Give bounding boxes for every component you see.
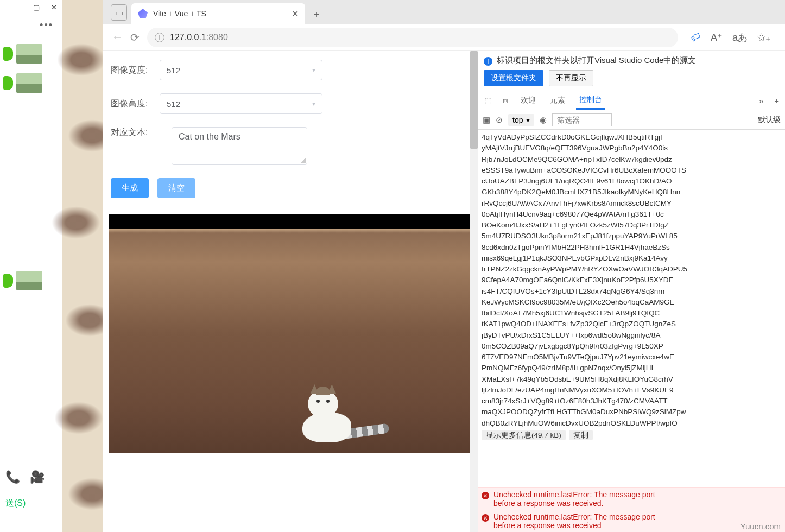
tab-elements[interactable]: 元素 xyxy=(547,92,568,109)
phone-icon[interactable]: 📞 xyxy=(5,470,20,484)
tab-console[interactable]: 控制台 xyxy=(576,92,605,110)
console-line: cUoUAZBFP3Jngj6UF1/uqRQO4IF9v61L8owcj1OK… xyxy=(482,176,782,187)
error-icon: ✕ xyxy=(482,492,489,499)
send-button[interactable]: 送(S) xyxy=(0,495,31,512)
refresh-button[interactable]: ⟳ xyxy=(130,31,140,44)
add-tab-icon[interactable]: + xyxy=(773,96,781,105)
text-label: 对应文本: xyxy=(111,127,152,138)
generated-image xyxy=(109,214,471,453)
prompt-value: Cat on the Mars xyxy=(179,132,240,141)
read-aloud-icon[interactable]: A⁺ xyxy=(711,31,723,43)
tab-bar: ▭ Vite + Vue + TS ✕ + xyxy=(103,0,785,24)
close-button[interactable]: ✕ xyxy=(50,3,58,11)
console-line: KeJWycMSKCf9oc98035M/eU/jQIXc2Oeh5o4bqCa… xyxy=(482,297,782,308)
prompt-textarea[interactable]: Cat on the Mars xyxy=(172,127,307,165)
maximize-button[interactable]: ▢ xyxy=(33,3,40,11)
console-line: frTPNZ2zkGqgcknAyPWpPMY/hRYZOXwOaVWJOR3q… xyxy=(482,264,782,275)
video-icon[interactable]: 🎥 xyxy=(30,470,45,484)
chat-image-thumb xyxy=(16,271,42,290)
console-line: is4FT/CQfUVOs+1cY3fpUtDTL28dx74qNgG6Y4/S… xyxy=(482,286,782,297)
device-icon[interactable]: ⧈ xyxy=(501,96,510,105)
tab-actions-button[interactable]: ▭ xyxy=(111,4,127,21)
devtools-panel: i 标识项目的根文件夹以打开Visual Studio Code中的源文 设置根… xyxy=(478,51,785,532)
sidebar-toggle-icon[interactable]: ▣ xyxy=(483,115,490,125)
chat-image-thumb xyxy=(16,73,42,93)
context-select[interactable]: top▾ xyxy=(508,114,534,126)
live-expression-icon[interactable]: ◉ xyxy=(540,115,547,125)
tab-close-icon[interactable]: ✕ xyxy=(292,9,299,19)
chat-message-thumb[interactable] xyxy=(0,42,62,66)
background-decoration xyxy=(62,0,103,532)
console-line: maQXJPOODQZyfrTfLHGTThGM0aDuxPNbPSlWQ9zS… xyxy=(482,407,782,417)
cat-illustration xyxy=(297,383,362,442)
console-line: IbilDcf/XoAT7Mh5xj6UC1WnhsjvSGT25FAB9lj9… xyxy=(482,308,782,319)
console-line: tKAT1pwQ4OD+INAXEFs+fvZp32QlcF+3rQpZOQTU… xyxy=(482,319,782,330)
width-select[interactable]: 512 ▾ xyxy=(160,60,322,80)
chat-bubble-icon xyxy=(3,274,13,288)
resize-handle[interactable] xyxy=(300,158,306,163)
generate-button[interactable]: 生成 xyxy=(111,178,149,198)
console-line: dhQB0zRYLjhMuOW6inicDvxUOB2pdnOSKLDuWPPI… xyxy=(482,418,782,429)
clear-console-icon[interactable]: ⊘ xyxy=(496,115,503,125)
console-line: 4qTyVdADyPpSfZCCdrkD0oGKEGcjIlqwJXHB5qti… xyxy=(482,132,782,143)
filter-input[interactable] xyxy=(552,113,612,126)
site-info-icon[interactable]: i xyxy=(155,33,164,42)
console-line: 8cd6xdn0zTgoPpinYfMbH22PH3hmlF1GR1H4Vjha… xyxy=(482,242,782,253)
console-line: Rjb7nJoLdOCMe9QC6GOMA+npTxID7celKw7kgdie… xyxy=(482,154,782,165)
url-input[interactable]: i 127.0.0.1:8080 xyxy=(147,28,678,47)
console-line: 5m4U7RUDSO3Ukn3p8orm21xEpJ81fzppuYAP9YuP… xyxy=(482,231,782,242)
height-select[interactable]: 512 ▾ xyxy=(160,93,322,114)
devtools-info-banner: i 标识项目的根文件夹以打开Visual Studio Code中的源文 xyxy=(478,51,785,70)
chat-message-thumb[interactable] xyxy=(0,269,62,293)
console-output[interactable]: 4qTyVdADyPpSfZCCdrkD0oGKEGcjIlqwJXHB5qti… xyxy=(478,130,785,487)
console-line: GKh388Y4pDK2QeM0JBcmHX71B5JIkaolkyMNyKeH… xyxy=(482,187,782,198)
vite-favicon xyxy=(138,9,148,18)
more-tabs-icon[interactable]: » xyxy=(757,96,765,105)
console-line: yMAjtVJrrjBUEVG8q/eQFT396VguaJWPgbBn2p4Y… xyxy=(482,143,782,154)
height-value: 512 xyxy=(167,99,180,109)
clear-button[interactable]: 清空 xyxy=(157,178,195,198)
error-icon: ✕ xyxy=(482,514,489,522)
watermark: Yuucn.com xyxy=(740,522,781,531)
more-menu[interactable]: ••• xyxy=(0,14,62,36)
console-error: ✕ Unchecked runtime.lastError: The messa… xyxy=(478,487,785,510)
back-button[interactable]: ← xyxy=(112,31,123,43)
set-root-button[interactable]: 设置根文件夹 xyxy=(484,70,543,86)
devtools-tabs: ⬚ ⧈ 欢迎 元素 控制台 » + xyxy=(478,91,785,110)
console-line: cm83jr74xSrJ+VQg89+tOz6E80h3JhKTg470/zCM… xyxy=(482,396,782,407)
width-value: 512 xyxy=(167,66,180,75)
console-error: ✕ Unchecked runtime.lastError: The messa… xyxy=(478,510,785,532)
favorites-icon[interactable]: ✩₊ xyxy=(757,31,771,43)
collections-icon[interactable]: 🏷 xyxy=(689,30,702,45)
window-controls: — ▢ ✕ xyxy=(0,0,62,14)
app-content: 图像宽度: 512 ▾ 图像高度: 512 ▾ 对应文本: Cat on the… xyxy=(103,51,478,532)
chat-image-thumb xyxy=(16,44,42,64)
vertical-scrollbar[interactable] xyxy=(470,51,478,532)
console-line: misx69qeLgj1P1qkJSO3NPEvbGPxpDLv2nBxj9Ka… xyxy=(482,253,782,264)
tab-welcome[interactable]: 欢迎 xyxy=(517,92,539,109)
browser-window: ▭ Vite + Vue + TS ✕ + ← ⟳ i 127.0.0.1:80… xyxy=(103,0,785,532)
show-more-button[interactable]: 显示更多信息(49.7 kB) xyxy=(482,430,566,440)
external-app-panel: — ▢ ✕ ••• 📞 🎥 送(S) xyxy=(0,0,62,532)
new-tab-button[interactable]: + xyxy=(307,5,326,24)
console-line: 0oAtjIHynH4Ucnv9aq+c698077Qe4pWAtA/nTg36… xyxy=(482,209,782,220)
chevron-down-icon: ▾ xyxy=(312,100,315,107)
inspect-icon[interactable]: ⬚ xyxy=(483,96,493,105)
chevron-down-icon: ▾ xyxy=(312,66,315,74)
copy-button[interactable]: 复制 xyxy=(569,430,593,440)
error-text: Unchecked runtime.lastError: The message… xyxy=(493,490,782,508)
dismiss-button[interactable]: 不再显示 xyxy=(549,70,593,86)
console-line: jByDTvPU/xDrxS1C5ELUY++fxp6wdt5o8wNggnil… xyxy=(482,330,782,341)
tab-title: Vite + Vue + TS xyxy=(153,9,286,18)
chat-message-thumb[interactable] xyxy=(0,71,62,95)
console-line: BOeKom4fJxxS/aH2+1FgLyn04FOzk5zWf57Dq3Pr… xyxy=(482,220,782,231)
console-line: PmNQMFz6fypQ49/zrIM8p/iI+gpN7nqx/Onyi5jZ… xyxy=(482,363,782,373)
browser-tab[interactable]: Vite + Vue + TS ✕ xyxy=(131,3,305,24)
console-line: 6T7VED97NFmO5MBjvTu9VTeQjpuJ7Ypv21eymiwc… xyxy=(482,352,782,363)
minimize-button[interactable]: — xyxy=(15,3,23,11)
log-level-select[interactable]: 默认级 xyxy=(758,115,781,125)
translate-icon[interactable]: aあ xyxy=(732,31,748,44)
banner-text: 标识项目的根文件夹以打开Visual Studio Code中的源文 xyxy=(497,55,696,66)
chat-bubble-icon xyxy=(3,47,13,61)
address-bar: ← ⟳ i 127.0.0.1:8080 🏷 A⁺ aあ ✩₊ xyxy=(103,24,785,51)
